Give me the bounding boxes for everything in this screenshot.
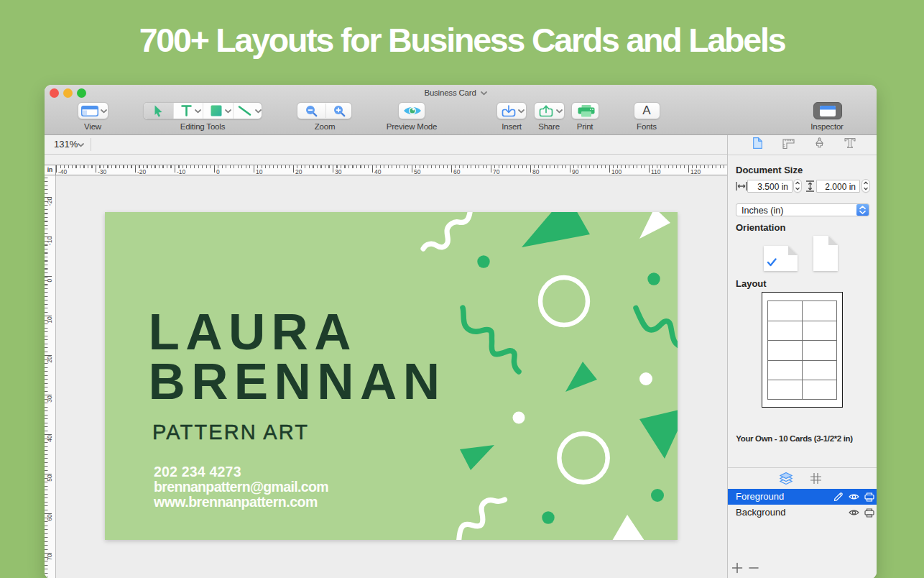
svg-text:LAURA: LAURA [149,303,357,360]
svg-text:www.brennanpattern.com: www.brennanpattern.com [153,494,318,510]
svg-text:PATTERN ART: PATTERN ART [152,421,309,444]
svg-text:brennanpattern@gmail.com: brennanpattern@gmail.com [154,479,328,495]
svg-text:202 234 4273: 202 234 4273 [154,464,241,480]
svg-text:BRENNAN: BRENNAN [149,353,446,410]
